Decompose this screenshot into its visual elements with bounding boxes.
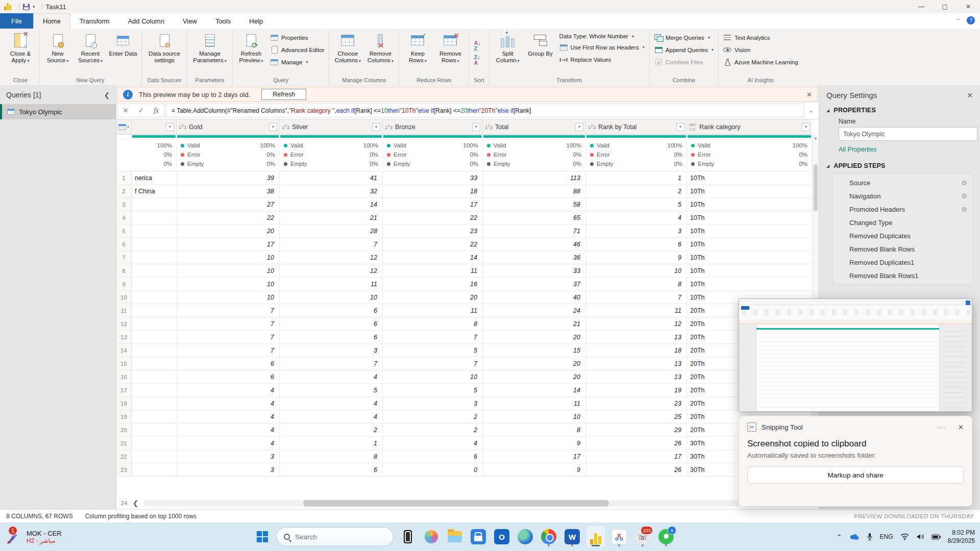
dismiss-notification-icon[interactable]: ✕ — [806, 91, 812, 98]
row-number[interactable]: 4 — [116, 211, 132, 224]
cell[interactable]: 4 — [177, 397, 280, 410]
cell[interactable]: 10 — [177, 278, 280, 290]
tab-file[interactable]: File — [0, 13, 33, 29]
taskbar-icon-chrome[interactable] — [540, 526, 558, 547]
cell[interactable]: 10 — [177, 291, 280, 304]
cell[interactable]: 10Th — [687, 238, 812, 251]
enter-data-button[interactable]: Enter Data — [107, 30, 139, 76]
cell[interactable]: 10Th — [687, 211, 812, 224]
cell[interactable]: 3 — [586, 224, 687, 237]
cell[interactable]: 17 — [483, 450, 586, 463]
cell[interactable]: 38 — [177, 185, 280, 197]
cell[interactable]: 8 — [383, 317, 483, 330]
horizontal-scrollbar[interactable] — [143, 500, 808, 507]
cell[interactable]: 10 — [483, 410, 586, 423]
tab-add-column[interactable]: Add Column — [118, 13, 174, 29]
cell[interactable]: 37 — [483, 278, 586, 290]
cell[interactable]: 3 — [177, 450, 280, 463]
row-number[interactable]: 15 — [116, 357, 132, 370]
step-settings-gear-icon[interactable]: ⚙ — [961, 179, 967, 187]
filter-dropdown-icon[interactable]: ▼ — [676, 123, 684, 131]
column-header-bronze[interactable]: 123Bronze▼ — [383, 119, 483, 134]
collapse-queries-panel-icon[interactable]: ❮ — [104, 91, 110, 99]
formula-input[interactable]: = Table.AddColumn(#"Renamed Columns", "R… — [166, 104, 804, 117]
expand-formula-bar-icon[interactable]: ⌄ — [804, 104, 818, 117]
cell[interactable] — [132, 423, 177, 436]
row-number[interactable]: 17 — [116, 384, 132, 396]
tab-help[interactable]: Help — [240, 13, 272, 29]
tray-overflow-chevron-icon[interactable]: ⌃ — [837, 533, 842, 541]
cell[interactable]: 7 — [280, 357, 383, 370]
language-indicator[interactable]: ENG — [880, 533, 893, 540]
filter-dropdown-icon[interactable]: ▼ — [802, 123, 810, 131]
cell[interactable]: 4 — [177, 423, 280, 436]
cell[interactable]: 7 — [586, 291, 687, 304]
cell[interactable] — [132, 370, 177, 383]
cell[interactable]: 13 — [586, 357, 687, 370]
scroll-up-icon[interactable]: ▲ — [813, 135, 819, 140]
snip-preview-thumbnail[interactable] — [739, 298, 972, 412]
cell[interactable]: 3 — [280, 344, 383, 357]
collapse-ribbon-icon[interactable]: ⌃ — [957, 18, 961, 23]
refresh-button[interactable]: Refresh — [261, 89, 306, 100]
cell[interactable]: 6 — [177, 357, 280, 370]
volume-icon[interactable] — [916, 533, 924, 540]
markup-and-share-button[interactable]: Markup and share — [747, 466, 964, 484]
cell[interactable]: f China — [132, 185, 177, 197]
cell[interactable]: 6 — [280, 304, 383, 317]
cell[interactable]: 28 — [280, 224, 383, 237]
cell[interactable]: 14 — [383, 251, 483, 264]
text-analytics-button[interactable]: Text Analytics — [721, 33, 800, 42]
notification-more-options-icon[interactable]: ··· — [938, 423, 946, 431]
cell[interactable]: 21 — [483, 317, 586, 330]
row-number[interactable]: 9 — [116, 278, 132, 290]
merge-queries-button[interactable]: Merge Queries▾ — [652, 33, 716, 42]
cell[interactable]: 33 — [483, 264, 586, 277]
cell[interactable]: 10Th — [687, 171, 812, 184]
cell[interactable]: 2 — [383, 410, 483, 423]
cell[interactable]: 71 — [483, 224, 586, 237]
cell[interactable]: 113 — [483, 171, 586, 184]
microphone-icon[interactable] — [867, 533, 873, 541]
cell[interactable]: 4 — [280, 370, 383, 383]
help-icon[interactable]: ? — [967, 16, 975, 24]
cell[interactable]: 14 — [280, 198, 383, 211]
wifi-icon[interactable] — [900, 534, 909, 540]
start-button[interactable] — [254, 528, 271, 545]
applied-step-source[interactable]: Source⚙ — [834, 176, 971, 189]
cell[interactable] — [132, 224, 177, 237]
cell[interactable]: 16 — [383, 278, 483, 290]
cell[interactable] — [132, 198, 177, 211]
cell[interactable]: 22 — [383, 211, 483, 224]
column-header-total[interactable]: 123Total▼ — [483, 119, 586, 134]
taskbar-search[interactable] — [276, 527, 394, 546]
remove-columns-button[interactable]: ✕ Remove Columns▾ — [364, 30, 396, 76]
taskbar-clock[interactable]: 8:02 PM 8/29/2025 — [948, 529, 975, 545]
cell[interactable]: 20 — [483, 370, 586, 383]
taskbar-icon-snipping-tool[interactable] — [610, 526, 628, 547]
cell[interactable]: 10 — [177, 264, 280, 277]
cell[interactable]: 33 — [383, 171, 483, 184]
cell[interactable]: 10 — [177, 251, 280, 264]
cell[interactable]: 4 — [280, 410, 383, 423]
cell[interactable] — [132, 463, 177, 476]
cell[interactable]: 39 — [177, 171, 280, 184]
taskbar-icon-edge[interactable] — [516, 526, 534, 547]
cell[interactable]: 5 — [586, 198, 687, 211]
cell[interactable]: 11 — [586, 304, 687, 317]
cell[interactable]: 12 — [586, 317, 687, 330]
all-properties-link[interactable]: All Properties — [839, 146, 973, 153]
cell[interactable] — [132, 211, 177, 224]
cell[interactable]: 15 — [483, 344, 586, 357]
cell[interactable]: 25 — [586, 410, 687, 423]
row-number[interactable]: 20 — [116, 423, 132, 436]
filter-dropdown-icon[interactable]: ▼ — [269, 123, 277, 131]
cell[interactable]: 11 — [383, 264, 483, 277]
row-number[interactable]: 19 — [116, 410, 132, 423]
cell[interactable]: 1 — [280, 437, 383, 449]
battery-icon[interactable] — [932, 534, 941, 540]
cell[interactable]: 46 — [483, 238, 586, 251]
tab-transform[interactable]: Transform — [70, 13, 119, 29]
manage-button[interactable]: Manage▾ — [268, 57, 326, 67]
cell[interactable]: 10 — [280, 291, 383, 304]
